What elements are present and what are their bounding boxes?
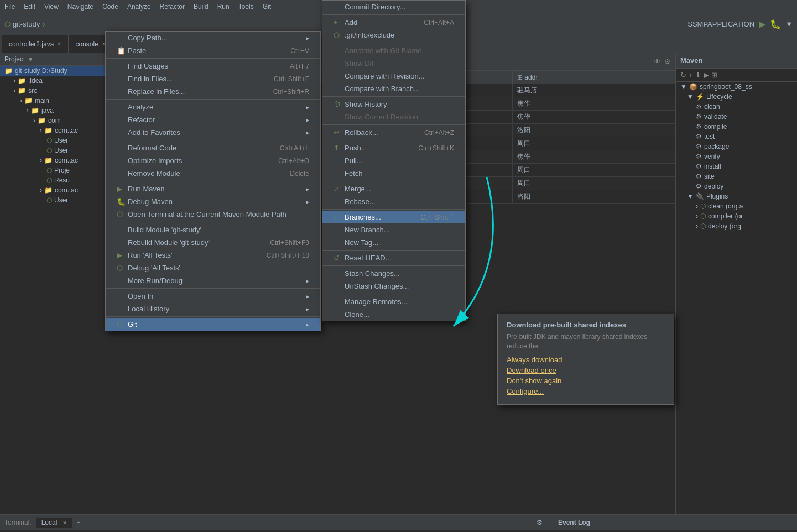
menu-rebuild-module[interactable]: Rebuild Module 'git-study' Ctrl+Shift+F9 bbox=[106, 236, 320, 249]
dropdown-button[interactable]: ▼ bbox=[785, 20, 793, 28]
git-menu-unstash[interactable]: UnStash Changes... bbox=[322, 280, 465, 293]
git-menu-new-branch[interactable]: New Branch... bbox=[322, 223, 465, 236]
run-button[interactable]: ▶ bbox=[759, 19, 765, 29]
menu-add-to-favorites[interactable]: Add to Favorites ▸ bbox=[106, 126, 320, 139]
menu-find-in-files[interactable]: Find in Files... Ctrl+Shift+F bbox=[106, 72, 320, 85]
menu-tools[interactable]: Tools bbox=[238, 3, 254, 11]
menu-find-usages[interactable]: Find Usages Alt+F7 bbox=[106, 60, 320, 72]
menu-edit[interactable]: Edit bbox=[24, 3, 35, 11]
tree-item-java[interactable]: › 📁 java bbox=[0, 106, 105, 116]
tree-item-resu[interactable]: ⬡ Resu bbox=[0, 175, 105, 185]
maven-test[interactable]: ⚙ test bbox=[676, 132, 797, 142]
maven-site[interactable]: ⚙ site bbox=[676, 171, 797, 181]
terminal-add-button[interactable]: + bbox=[77, 519, 81, 526]
maven-package[interactable]: ⚙ package bbox=[676, 142, 797, 152]
git-menu-new-tag[interactable]: New Tag... bbox=[322, 236, 465, 249]
menu-local-history[interactable]: Local History ▸ bbox=[106, 302, 320, 315]
maven-plugins-item[interactable]: ▼ 🔌 Plugins bbox=[676, 191, 797, 201]
tree-item-user-2[interactable]: ⬡ User bbox=[0, 145, 105, 155]
maven-plugin-clean[interactable]: › ⬡ clean (org.a bbox=[676, 201, 797, 211]
maven-expand-icon[interactable]: ⊞ bbox=[711, 71, 717, 79]
maven-refresh-icon[interactable]: ↻ bbox=[680, 71, 686, 79]
popup-link-once[interactable]: Download once bbox=[507, 366, 665, 374]
tree-item-com-tac-3[interactable]: › 📁 com.tac bbox=[0, 185, 105, 195]
tree-item-proje[interactable]: ⬡ Proje bbox=[0, 165, 105, 175]
menu-more-run-debug[interactable]: More Run/Debug ▸ bbox=[106, 274, 320, 287]
tree-item-git-study[interactable]: 📁 git-study D:\Study bbox=[0, 66, 105, 76]
popup-link-always[interactable]: Always download bbox=[507, 356, 665, 364]
menu-view[interactable]: View bbox=[44, 3, 59, 11]
event-log-settings[interactable]: ⚙ bbox=[536, 519, 543, 526]
maven-validate[interactable]: ⚙ validate bbox=[676, 112, 797, 122]
menu-open-in[interactable]: Open In ▸ bbox=[106, 290, 320, 302]
tree-item-idea[interactable]: › 📁 .idea bbox=[0, 76, 105, 86]
menu-git[interactable]: Git bbox=[263, 3, 271, 11]
menu-refactor[interactable]: Refactor bbox=[160, 3, 185, 11]
maven-add-icon[interactable]: + bbox=[689, 71, 693, 79]
menu-analyze[interactable]: Analyze bbox=[127, 3, 151, 11]
menu-run[interactable]: Run bbox=[217, 3, 230, 11]
popup-link-dont-show[interactable]: Don't show again bbox=[507, 377, 665, 385]
menu-navigate[interactable]: Navigate bbox=[67, 3, 93, 11]
git-menu-push[interactable]: ⬆ Push... Ctrl+Shift+K bbox=[322, 142, 465, 154]
settings-icon[interactable]: ⚙ bbox=[664, 58, 671, 66]
git-menu-clone[interactable]: Clone... bbox=[322, 308, 465, 321]
menu-git[interactable]: ⬡ Git ▸ bbox=[106, 318, 320, 331]
eye-icon[interactable]: 👁 bbox=[654, 58, 661, 66]
menu-code[interactable]: Code bbox=[102, 3, 118, 11]
project-dropdown[interactable]: ▼ bbox=[27, 55, 34, 63]
event-log-minimize[interactable]: — bbox=[547, 519, 554, 526]
popup-link-configure[interactable]: Configure... bbox=[507, 387, 665, 395]
maven-verify[interactable]: ⚙ verify bbox=[676, 152, 797, 161]
maven-clean[interactable]: ⚙ clean bbox=[676, 102, 797, 112]
tree-item-user-1[interactable]: ⬡ User bbox=[0, 135, 105, 145]
menu-debug-all-tests[interactable]: ⬡ Debug 'All Tests' bbox=[106, 262, 320, 274]
git-menu-merge[interactable]: ⤢ Merge... bbox=[322, 182, 465, 195]
git-menu-add[interactable]: + Add Ctrl+Alt+A bbox=[322, 16, 465, 29]
menu-run-maven[interactable]: ▶ Run Maven ▸ bbox=[106, 182, 320, 195]
git-menu-stash[interactable]: Stash Changes... bbox=[322, 267, 465, 280]
git-menu-show-history[interactable]: ⏱ Show History bbox=[322, 98, 465, 111]
tree-item-com[interactable]: › 📁 com bbox=[0, 116, 105, 126]
git-menu-branches[interactable]: ⑂ Branches... Ctrl+Shift+` bbox=[322, 211, 465, 223]
maven-project-item[interactable]: ▼ 📦 springboot_08_ss bbox=[676, 82, 797, 92]
tab-controller2-close[interactable]: ✕ bbox=[57, 41, 61, 47]
tree-item-src[interactable]: › 📁 src bbox=[0, 86, 105, 96]
menu-optimize-imports[interactable]: Optimize Imports Ctrl+Alt+O bbox=[106, 154, 320, 167]
maven-run-icon[interactable]: ▶ bbox=[704, 71, 709, 79]
menu-replace-in-files[interactable]: Replace in Files... Ctrl+Shift+R bbox=[106, 85, 320, 98]
menu-reformat-code[interactable]: Reformat Code Ctrl+Alt+L bbox=[106, 142, 320, 154]
menu-file[interactable]: File bbox=[4, 3, 15, 11]
maven-deploy[interactable]: ⚙ deploy bbox=[676, 181, 797, 191]
project-name[interactable]: git-study bbox=[13, 20, 40, 28]
git-menu-rebase[interactable]: Rebase... bbox=[322, 195, 465, 208]
git-menu-gitinfo-exclude[interactable]: ⬡ .git/info/exclude bbox=[322, 29, 465, 41]
git-menu-rollback[interactable]: ↩ Rollback... Ctrl+Alt+Z bbox=[322, 126, 465, 139]
git-menu-commit-dir[interactable]: Commit Directory... bbox=[322, 1, 465, 13]
git-menu-compare-revision[interactable]: Compare with Revision... bbox=[322, 70, 465, 82]
terminal-tab[interactable]: Local ✕ bbox=[36, 518, 72, 528]
maven-download-icon[interactable]: ⬇ bbox=[695, 71, 701, 79]
maven-lifecycle-item[interactable]: ▼ ⚡ Lifecycle bbox=[676, 92, 797, 102]
tree-item-user-3[interactable]: ⬡ User bbox=[0, 195, 105, 205]
git-menu-manage-remotes[interactable]: Manage Remotes... bbox=[322, 295, 465, 308]
tree-item-com-tac-1[interactable]: › 📁 com.tac bbox=[0, 126, 105, 135]
git-menu-fetch[interactable]: Fetch bbox=[322, 167, 465, 180]
tree-item-main[interactable]: › 📁 main bbox=[0, 96, 105, 106]
terminal-tab-close[interactable]: ✕ bbox=[62, 520, 67, 526]
menu-remove-module[interactable]: Remove Module Delete bbox=[106, 167, 320, 180]
maven-plugin-compiler[interactable]: › ⬡ compiler (or bbox=[676, 211, 797, 221]
maven-plugin-deploy[interactable]: › ⬡ deploy (org bbox=[676, 221, 797, 231]
git-menu-pull[interactable]: Pull... bbox=[322, 154, 465, 167]
menu-copy-path[interactable]: Copy Path... ▸ bbox=[106, 32, 320, 44]
git-menu-reset-head[interactable]: ↺ Reset HEAD... bbox=[322, 252, 465, 264]
git-menu-compare-branch[interactable]: Compare with Branch... bbox=[322, 82, 465, 95]
maven-compile[interactable]: ⚙ compile bbox=[676, 122, 797, 132]
menu-analyze[interactable]: Analyze ▸ bbox=[106, 101, 320, 113]
menu-build[interactable]: Build bbox=[194, 3, 209, 11]
tree-item-com-tac-2[interactable]: › 📁 com.tac bbox=[0, 155, 105, 165]
menu-debug-maven[interactable]: 🐛 Debug Maven ▸ bbox=[106, 195, 320, 208]
menu-build-module[interactable]: Build Module 'git-study' bbox=[106, 223, 320, 236]
menu-run-all-tests[interactable]: ▶ Run 'All Tests' Ctrl+Shift+F10 bbox=[106, 249, 320, 262]
debug-button[interactable]: 🐛 bbox=[770, 19, 781, 29]
